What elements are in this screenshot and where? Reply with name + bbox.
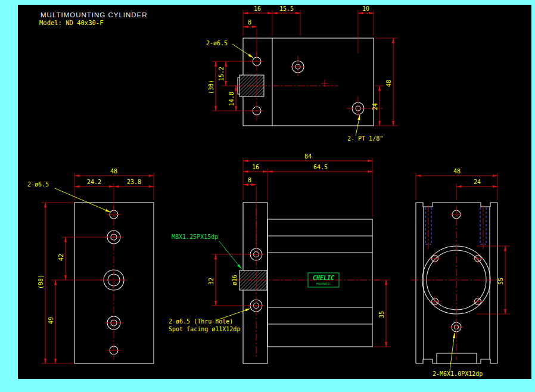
cad-drawing-canvas[interactable]: MULTIMOUNTING CYLINDER Model: ND 40x30-F [0,0,535,392]
dim-port-offset: 10 [362,5,369,12]
dim-length: 84 [304,153,312,160]
dim-left-lower-span: 49 [48,317,54,324]
label-tap-holes: 2-M6X1.0PX12dp [433,371,483,377]
dim-rod-upper: 15.2 [218,67,225,81]
dim-rod-span: (30) [208,80,214,94]
label-rod-thread: M8X1.25PX15dp [172,234,218,240]
label-pt-ports: 2- PT 1/8" [347,135,383,142]
dim-left-width-a: 24.2 [87,179,101,185]
label-thru-hole: 2-ø6.5 (Thru-hole) [169,318,233,325]
dim-left-height: (98) [38,275,44,289]
model-number: Model: ND 40x30-F [39,19,103,26]
drawing-title: MULTIMOUNTING CYLINDER [41,11,148,18]
dim-left-width: 48 [110,168,117,175]
dim-mid-width: 15.5 [279,5,294,12]
logo-subtext: PNEUMATIC [316,282,331,285]
label-mount-holes-top: 2-ø6.5 [206,40,228,46]
dim-front-hole-offset: 8 [248,177,251,183]
dim-right-height: 55 [497,278,504,285]
logo-text: CHELIC [313,275,334,281]
dim-right-width-half: 24 [474,179,481,185]
dim-front-hole-span: 32 [208,278,214,285]
cad-viewer-window: MULTIMOUNTING CYLINDER Model: ND 40x30-F [0,0,535,392]
dim-hole-offset: 8 [248,19,251,26]
rod-thread-hatch-front [239,270,267,290]
dim-right-width: 48 [453,168,461,175]
dim-left-width-b: 23.8 [127,179,141,185]
dim-bottom-height: 35 [378,311,385,318]
dim-top-height-half: 24 [372,103,378,110]
dim-flange-width: 16 [254,5,261,12]
dim-body-length: 64.5 [313,164,328,170]
dim-left-hole-span: 42 [58,254,64,261]
label-mount-holes-left: 2-ø6.5 [27,181,49,188]
dim-rod-diameter: ø16 [231,275,238,285]
dim-flange-thickness: 16 [252,164,259,170]
label-spot-facing: Spot facing ø11X12dp [169,326,240,332]
dim-top-height: 48 [385,80,392,87]
dim-rod-lower: 14.8 [228,92,235,106]
